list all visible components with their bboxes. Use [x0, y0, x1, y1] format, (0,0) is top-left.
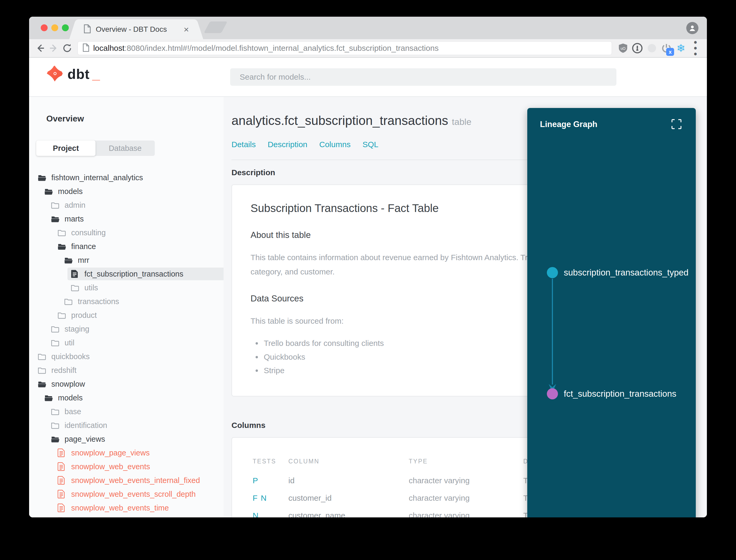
- folder-closed-icon: [51, 421, 60, 430]
- tree-item[interactable]: util: [51, 336, 224, 350]
- snowflake-extension-icon[interactable]: ❄: [675, 42, 687, 55]
- column-header-type: TYPE: [409, 458, 523, 465]
- tab-close-icon[interactable]: ×: [184, 25, 189, 34]
- tree-item-label: base: [65, 407, 81, 416]
- model-nav-details[interactable]: Details: [232, 140, 256, 149]
- sidebar-tab-database[interactable]: Database: [96, 141, 155, 156]
- tree-item[interactable]: product: [57, 308, 224, 322]
- tree-item[interactable]: models: [44, 184, 224, 198]
- tree-item-label: marts: [65, 215, 84, 223]
- folder-open-icon: [51, 215, 60, 223]
- tree-item[interactable]: snowplow_web_events_internal_fixed: [57, 473, 224, 487]
- tree-item[interactable]: marts: [51, 212, 224, 226]
- folder-closed-icon: [64, 297, 73, 306]
- column-type: character varying: [409, 511, 523, 517]
- tree-item[interactable]: staging: [51, 322, 224, 336]
- tree-item[interactable]: models: [44, 391, 224, 405]
- tree-item[interactable]: snowplow_web_events: [57, 460, 224, 473]
- tree-item-label: utils: [84, 283, 98, 292]
- column-type: character varying: [409, 476, 523, 485]
- model-name: analytics.fct_subscription_transactions: [232, 114, 448, 128]
- folder-closed-icon: [38, 366, 46, 374]
- page-favicon-icon: [84, 24, 91, 34]
- dbt-docs-app: dbt _ Search for models... Overview Proj…: [29, 58, 707, 517]
- tree-item[interactable]: fishtown_internal_analytics: [38, 171, 224, 184]
- search-input[interactable]: Search for models...: [230, 68, 616, 86]
- onepassword-extension-icon[interactable]: [631, 42, 644, 55]
- lineage-node[interactable]: subscription_transactions_typed: [547, 267, 688, 278]
- browser-tab[interactable]: Overview - DBT Docs ×: [77, 19, 196, 39]
- tree-item-label: identification: [65, 421, 107, 430]
- folder-open-icon: [38, 174, 46, 182]
- tree-item[interactable]: transactions: [64, 295, 224, 308]
- lineage-edge-arrow: [547, 279, 558, 395]
- reload-icon[interactable]: [61, 42, 73, 54]
- tree-item[interactable]: fct_subscription_transactions: [71, 267, 224, 281]
- url-path: :8080/index.html#!/model/model.fishtown_…: [125, 44, 439, 52]
- dbt-logo-text: dbt: [67, 66, 90, 82]
- model-nav-sql[interactable]: SQL: [363, 140, 378, 149]
- folder-closed-icon: [51, 339, 60, 347]
- tree-item-label: snowplow_web_events: [71, 462, 150, 471]
- tree-item-label: fishtown_internal_analytics: [51, 173, 143, 182]
- back-icon[interactable]: [34, 42, 46, 54]
- tree-item-label: snowplow_web_events_time: [71, 504, 169, 512]
- tree-item[interactable]: snowplow_page_views: [57, 446, 224, 460]
- tree-item[interactable]: redshift: [38, 363, 224, 377]
- folder-closed-icon: [57, 229, 66, 237]
- tree-item[interactable]: snowplow_web_events_scroll_depth: [57, 487, 224, 501]
- power-extension-icon[interactable]: x: [660, 42, 673, 55]
- folder-open-icon: [64, 256, 73, 264]
- tree-item[interactable]: consulting: [57, 226, 224, 240]
- tree-item[interactable]: utils: [71, 281, 224, 295]
- dbt-logo[interactable]: dbt _: [46, 65, 100, 82]
- sidebar-tab-project[interactable]: Project: [36, 141, 96, 156]
- tree-item[interactable]: admin: [51, 198, 224, 212]
- lineage-node-label: subscription_transactions_typed: [564, 268, 688, 278]
- tab-strip: Overview - DBT Docs ×: [29, 17, 707, 39]
- folder-closed-icon: [71, 284, 79, 292]
- traffic-close-button[interactable]: [41, 24, 48, 31]
- folder-open-icon: [44, 187, 53, 196]
- browser-menu-icon[interactable]: •••: [689, 42, 702, 55]
- url-favicon-icon: [83, 43, 89, 53]
- tree-item[interactable]: quickbooks: [38, 350, 224, 363]
- new-tab-button[interactable]: [204, 21, 227, 33]
- fullscreen-icon[interactable]: [671, 119, 681, 129]
- ublock-extension-icon[interactable]: uO: [617, 42, 629, 55]
- tree-item-label: staging: [65, 325, 89, 333]
- tree-item[interactable]: base: [51, 405, 224, 418]
- traffic-zoom-button[interactable]: [62, 24, 69, 31]
- model-nav-columns[interactable]: Columns: [319, 140, 351, 149]
- tree-item[interactable]: page_views: [51, 432, 224, 446]
- model-doc-icon: [57, 490, 66, 498]
- tree-item-label: fct_subscription_transactions: [84, 270, 183, 278]
- tree-item-label: snowplow_page_views: [71, 449, 150, 457]
- url-bar[interactable]: localhost:8080/index.html#!/model/model.…: [78, 41, 612, 55]
- dbt-logo-underscore: _: [92, 66, 100, 82]
- lineage-node[interactable]: fct_subscription_transactions: [547, 388, 676, 399]
- tree-item[interactable]: identification: [51, 418, 224, 432]
- forward-icon[interactable]: [48, 42, 59, 54]
- traffic-minimize-button[interactable]: [51, 24, 58, 31]
- model-doc-icon: [57, 476, 66, 485]
- tree-item[interactable]: snowplow_web_page_context: [57, 515, 224, 517]
- opera-extension-icon[interactable]: [646, 42, 658, 55]
- tree-item-label: page_views: [65, 435, 105, 444]
- search-placeholder: Search for models...: [240, 73, 311, 82]
- tests-badges: F N: [253, 494, 288, 503]
- column-header-column: COLUMN: [288, 458, 409, 465]
- tree-item-label: snowplow_web_page_context: [71, 517, 174, 518]
- folder-open-icon: [51, 435, 60, 443]
- tree-item-label: models: [58, 187, 83, 196]
- model-nav-description[interactable]: Description: [268, 140, 308, 149]
- tree-item[interactable]: snowplow_web_events_time: [57, 501, 224, 515]
- folder-closed-icon: [51, 408, 60, 416]
- model-doc-icon: [57, 449, 66, 457]
- sidebar-title: Overview: [46, 114, 224, 124]
- tree-item[interactable]: snowplow: [38, 377, 224, 391]
- profile-avatar[interactable]: [686, 22, 698, 34]
- tree-item-label: util: [65, 338, 74, 347]
- tree-item[interactable]: finance: [57, 240, 224, 253]
- tree-item[interactable]: mrr: [64, 253, 224, 267]
